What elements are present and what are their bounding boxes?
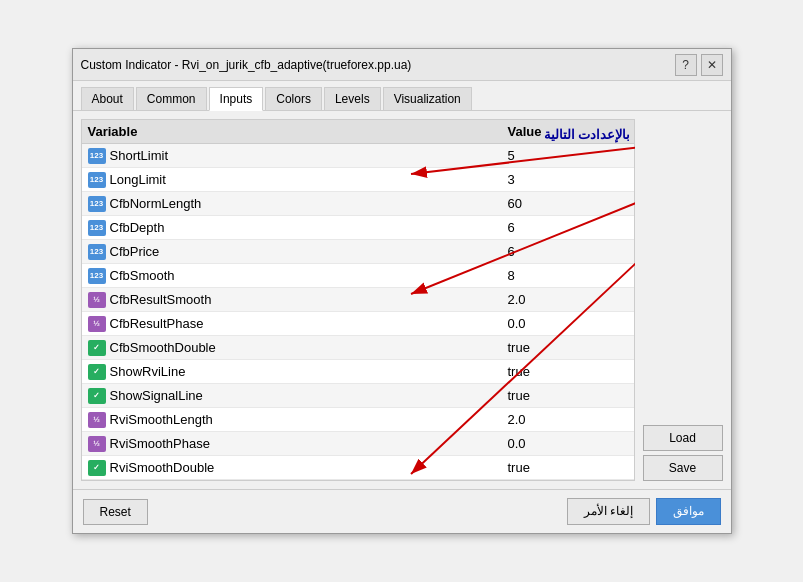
variable-name: RviSmoothLength — [110, 412, 213, 427]
table-row[interactable]: ½ RviSmoothLength 2.0 — [82, 408, 634, 432]
tab-about[interactable]: About — [81, 87, 134, 110]
tab-inputs[interactable]: Inputs — [209, 87, 264, 111]
variable-value: 2.0 — [508, 292, 628, 307]
reset-button[interactable]: Reset — [83, 499, 148, 525]
table-row[interactable]: ✓ CfbSmoothDouble true — [82, 336, 634, 360]
variable-cell: 123 CfbNormLength — [88, 196, 508, 212]
variable-value: 2.0 — [508, 412, 628, 427]
table-row[interactable]: 123 ShortLimit 5 — [82, 144, 634, 168]
type-icon-integer: 123 — [88, 148, 106, 164]
close-button[interactable]: ✕ — [701, 54, 723, 76]
footer-right-buttons: إلغاء الأمر موافق — [567, 498, 721, 525]
table-row[interactable]: 123 LongLimit 3 — [82, 168, 634, 192]
cancel-button[interactable]: إلغاء الأمر — [567, 498, 650, 525]
variable-value: 0.0 — [508, 436, 628, 451]
variable-value: 0.0 — [508, 316, 628, 331]
tab-colors[interactable]: Colors — [265, 87, 322, 110]
variable-value: true — [508, 340, 628, 355]
type-icon-integer: 123 — [88, 220, 106, 236]
variable-value: true — [508, 460, 628, 475]
footer-left-buttons: Reset — [83, 499, 148, 525]
tab-bar: About Common Inputs Colors Levels Visual… — [73, 81, 731, 111]
type-icon-integer: 123 — [88, 268, 106, 284]
variable-name: ShortLimit — [110, 148, 169, 163]
main-window: Custom Indicator - Rvi_on_jurik_cfb_adap… — [72, 48, 732, 534]
load-button[interactable]: Load — [643, 425, 723, 451]
variable-cell: ½ RviSmoothPhase — [88, 436, 508, 452]
tab-common[interactable]: Common — [136, 87, 207, 110]
title-bar: Custom Indicator - Rvi_on_jurik_cfb_adap… — [73, 49, 731, 81]
variable-name: ShowSignalLine — [110, 388, 203, 403]
tab-levels[interactable]: Levels — [324, 87, 381, 110]
type-icon-bool: ✓ — [88, 388, 106, 404]
table-row[interactable]: 123 CfbDepth 6 — [82, 216, 634, 240]
type-icon-bool: ✓ — [88, 460, 106, 476]
type-icon-integer: 123 — [88, 196, 106, 212]
table-row[interactable]: ½ RviSmoothPhase 0.0 — [82, 432, 634, 456]
variable-cell: ✓ ShowSignalLine — [88, 388, 508, 404]
side-panel: Load Save — [643, 119, 723, 481]
type-icon-fraction: ½ — [88, 436, 106, 452]
table-row[interactable]: ½ CfbResultPhase 0.0 — [82, 312, 634, 336]
table-row[interactable]: ✓ ShowRviLine true — [82, 360, 634, 384]
variable-name: LongLimit — [110, 172, 166, 187]
type-icon-integer: 123 — [88, 172, 106, 188]
content-area: Variable Value 123 ShortLimit 5 123 Long… — [73, 111, 731, 489]
variable-name: CfbNormLength — [110, 196, 202, 211]
variable-value: 5 — [508, 148, 628, 163]
variable-cell: ½ CfbResultPhase — [88, 316, 508, 332]
variable-value: 6 — [508, 244, 628, 259]
variable-cell: 123 LongLimit — [88, 172, 508, 188]
variable-cell: 123 CfbDepth — [88, 220, 508, 236]
variable-cell: 123 CfbPrice — [88, 244, 508, 260]
variable-name: CfbSmoothDouble — [110, 340, 216, 355]
variable-cell: ✓ ShowRviLine — [88, 364, 508, 380]
arabic-annotation: بالإعدادت التالية — [544, 127, 631, 142]
variable-name: CfbResultSmooth — [110, 292, 212, 307]
variable-cell: 123 CfbSmooth — [88, 268, 508, 284]
variable-cell: ✓ CfbSmoothDouble — [88, 340, 508, 356]
window-title: Custom Indicator - Rvi_on_jurik_cfb_adap… — [81, 58, 412, 72]
variable-value: 60 — [508, 196, 628, 211]
variable-name: CfbPrice — [110, 244, 160, 259]
table-row[interactable]: 123 CfbNormLength 60 — [82, 192, 634, 216]
table-row[interactable]: 123 CfbPrice 6 — [82, 240, 634, 264]
type-icon-bool: ✓ — [88, 364, 106, 380]
table-row[interactable]: ✓ ShowSignalLine true — [82, 384, 634, 408]
ok-button[interactable]: موافق — [656, 498, 721, 525]
footer: Reset إلغاء الأمر موافق — [73, 489, 731, 533]
variable-value: true — [508, 364, 628, 379]
save-button[interactable]: Save — [643, 455, 723, 481]
type-icon-bool: ✓ — [88, 340, 106, 356]
variables-table: Variable Value 123 ShortLimit 5 123 Long… — [81, 119, 635, 481]
col-variable-header: Variable — [88, 124, 508, 139]
variable-cell: 123 ShortLimit — [88, 148, 508, 164]
type-icon-fraction: ½ — [88, 292, 106, 308]
variable-value: 6 — [508, 220, 628, 235]
variable-name: CfbDepth — [110, 220, 165, 235]
variable-value: true — [508, 388, 628, 403]
variable-value: 8 — [508, 268, 628, 283]
variable-cell: ½ CfbResultSmooth — [88, 292, 508, 308]
variable-value: 3 — [508, 172, 628, 187]
tab-visualization[interactable]: Visualization — [383, 87, 472, 110]
help-button[interactable]: ? — [675, 54, 697, 76]
variable-name: CfbSmooth — [110, 268, 175, 283]
variable-cell: ✓ RviSmoothDouble — [88, 460, 508, 476]
type-icon-fraction: ½ — [88, 412, 106, 428]
variable-cell: ½ RviSmoothLength — [88, 412, 508, 428]
table-row[interactable]: 123 CfbSmooth 8 — [82, 264, 634, 288]
variable-name: CfbResultPhase — [110, 316, 204, 331]
type-icon-integer: 123 — [88, 244, 106, 260]
table-row[interactable]: ✓ RviSmoothDouble true — [82, 456, 634, 480]
title-buttons: ? ✕ — [675, 54, 723, 76]
variable-name: RviSmoothDouble — [110, 460, 215, 475]
variable-name: RviSmoothPhase — [110, 436, 210, 451]
type-icon-fraction: ½ — [88, 316, 106, 332]
table-row[interactable]: ½ CfbResultSmooth 2.0 — [82, 288, 634, 312]
variable-name: ShowRviLine — [110, 364, 186, 379]
